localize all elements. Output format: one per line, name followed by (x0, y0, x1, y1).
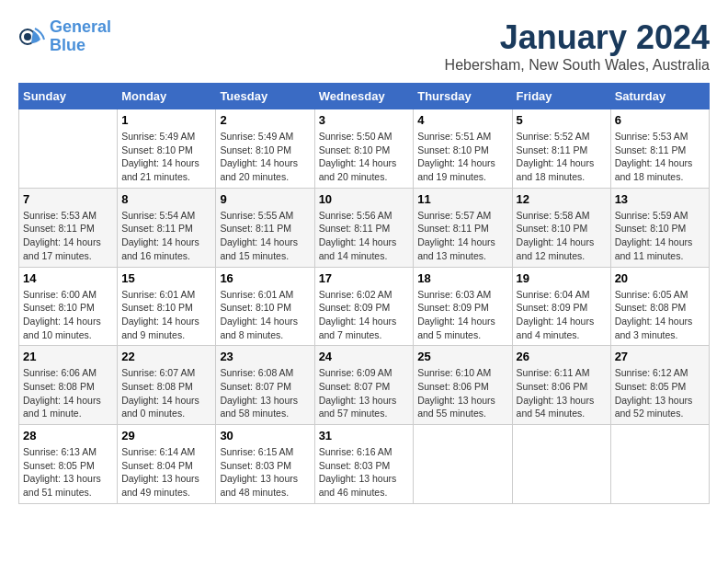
calendar-cell: 26Sunrise: 6:11 AM Sunset: 8:06 PM Dayli… (512, 346, 610, 425)
day-info: Sunrise: 6:05 AM Sunset: 8:08 PM Dayligh… (615, 288, 705, 342)
day-number: 11 (417, 192, 507, 206)
calendar-cell: 20Sunrise: 6:05 AM Sunset: 8:08 PM Dayli… (610, 267, 709, 346)
weekday-header-wednesday: Wednesday (314, 84, 414, 109)
calendar-cell: 23Sunrise: 6:08 AM Sunset: 8:07 PM Dayli… (216, 346, 314, 425)
calendar-cell: 5Sunrise: 5:52 AM Sunset: 8:11 PM Daylig… (512, 109, 610, 189)
day-info: Sunrise: 5:56 AM Sunset: 8:11 PM Dayligh… (319, 209, 410, 263)
day-info: Sunrise: 5:54 AM Sunset: 8:11 PM Dayligh… (121, 209, 211, 263)
calendar-cell: 14Sunrise: 6:00 AM Sunset: 8:10 PM Dayli… (19, 267, 118, 346)
weekday-header-friday: Friday (512, 84, 610, 109)
day-info: Sunrise: 5:59 AM Sunset: 8:10 PM Dayligh… (615, 209, 705, 263)
calendar-cell: 31Sunrise: 6:16 AM Sunset: 8:03 PM Dayli… (314, 425, 414, 504)
calendar-cell: 17Sunrise: 6:02 AM Sunset: 8:09 PM Dayli… (314, 267, 414, 346)
day-info: Sunrise: 5:49 AM Sunset: 8:10 PM Dayligh… (121, 130, 211, 184)
day-number: 6 (615, 113, 705, 127)
day-number: 7 (23, 192, 113, 206)
week-row-4: 21Sunrise: 6:06 AM Sunset: 8:08 PM Dayli… (19, 346, 710, 425)
day-info: Sunrise: 6:15 AM Sunset: 8:03 PM Dayligh… (220, 445, 310, 500)
weekday-header-monday: Monday (118, 84, 216, 109)
calendar-cell: 6Sunrise: 5:53 AM Sunset: 8:11 PM Daylig… (610, 109, 709, 189)
day-number: 10 (319, 192, 410, 206)
day-info: Sunrise: 6:12 AM Sunset: 8:05 PM Dayligh… (615, 366, 705, 420)
day-number: 30 (220, 429, 310, 442)
calendar-table: SundayMondayTuesdayWednesdayThursdayFrid… (18, 83, 710, 504)
day-number: 16 (220, 271, 310, 285)
calendar-cell: 19Sunrise: 6:04 AM Sunset: 8:09 PM Dayli… (512, 267, 610, 346)
month-title: January 2024 (445, 18, 710, 57)
calendar-cell: 12Sunrise: 5:58 AM Sunset: 8:10 PM Dayli… (512, 188, 610, 267)
calendar-cell: 10Sunrise: 5:56 AM Sunset: 8:11 PM Dayli… (314, 188, 414, 267)
calendar-cell: 3Sunrise: 5:50 AM Sunset: 8:10 PM Daylig… (314, 109, 414, 189)
calendar-cell: 16Sunrise: 6:01 AM Sunset: 8:10 PM Dayli… (216, 267, 314, 346)
day-info: Sunrise: 6:09 AM Sunset: 8:07 PM Dayligh… (319, 366, 410, 420)
calendar-cell: 13Sunrise: 5:59 AM Sunset: 8:10 PM Dayli… (610, 188, 709, 267)
calendar-cell: 22Sunrise: 6:07 AM Sunset: 8:08 PM Dayli… (118, 346, 216, 425)
day-info: Sunrise: 6:11 AM Sunset: 8:06 PM Dayligh… (517, 366, 607, 420)
day-number: 4 (417, 113, 507, 127)
week-row-3: 14Sunrise: 6:00 AM Sunset: 8:10 PM Dayli… (19, 267, 710, 346)
calendar-cell: 21Sunrise: 6:06 AM Sunset: 8:08 PM Dayli… (19, 346, 118, 425)
day-number: 24 (319, 350, 410, 363)
calendar-cell: 28Sunrise: 6:13 AM Sunset: 8:05 PM Dayli… (19, 425, 118, 504)
day-number: 25 (417, 350, 507, 363)
day-number: 5 (517, 113, 607, 127)
calendar-cell: 27Sunrise: 6:12 AM Sunset: 8:05 PM Dayli… (610, 346, 709, 425)
calendar-cell: 29Sunrise: 6:14 AM Sunset: 8:04 PM Dayli… (118, 425, 216, 504)
day-info: Sunrise: 6:08 AM Sunset: 8:07 PM Dayligh… (220, 366, 310, 420)
day-number: 27 (615, 350, 705, 363)
calendar-cell: 18Sunrise: 6:03 AM Sunset: 8:09 PM Dayli… (414, 267, 512, 346)
day-info: Sunrise: 6:04 AM Sunset: 8:09 PM Dayligh… (517, 288, 607, 342)
day-number: 15 (121, 271, 211, 285)
logo-icon (18, 23, 46, 51)
week-row-2: 7Sunrise: 5:53 AM Sunset: 8:11 PM Daylig… (19, 188, 710, 267)
day-info: Sunrise: 5:53 AM Sunset: 8:11 PM Dayligh… (23, 209, 113, 263)
day-number: 12 (517, 192, 607, 206)
weekday-header-row: SundayMondayTuesdayWednesdayThursdayFrid… (19, 84, 710, 109)
logo-text: General Blue (50, 18, 111, 55)
calendar-cell (414, 425, 512, 504)
calendar-cell: 8Sunrise: 5:54 AM Sunset: 8:11 PM Daylig… (118, 188, 216, 267)
day-number: 19 (517, 271, 607, 285)
title-area: January 2024 Hebersham, New South Wales,… (445, 18, 710, 74)
day-info: Sunrise: 6:00 AM Sunset: 8:10 PM Dayligh… (23, 288, 113, 342)
day-info: Sunrise: 5:50 AM Sunset: 8:10 PM Dayligh… (319, 130, 410, 184)
day-number: 9 (220, 192, 310, 206)
calendar-cell: 25Sunrise: 6:10 AM Sunset: 8:06 PM Dayli… (414, 346, 512, 425)
calendar-cell: 9Sunrise: 5:55 AM Sunset: 8:11 PM Daylig… (216, 188, 314, 267)
weekday-header-sunday: Sunday (19, 84, 118, 109)
calendar-cell: 30Sunrise: 6:15 AM Sunset: 8:03 PM Dayli… (216, 425, 314, 504)
day-number: 26 (517, 350, 607, 363)
day-number: 28 (23, 429, 113, 442)
calendar-cell: 1Sunrise: 5:49 AM Sunset: 8:10 PM Daylig… (118, 109, 216, 189)
calendar-cell: 15Sunrise: 6:01 AM Sunset: 8:10 PM Dayli… (118, 267, 216, 346)
day-number: 14 (23, 271, 113, 285)
day-info: Sunrise: 5:57 AM Sunset: 8:11 PM Dayligh… (417, 209, 507, 263)
day-info: Sunrise: 6:01 AM Sunset: 8:10 PM Dayligh… (121, 288, 211, 342)
day-info: Sunrise: 6:07 AM Sunset: 8:08 PM Dayligh… (121, 366, 211, 420)
day-info: Sunrise: 6:14 AM Sunset: 8:04 PM Dayligh… (121, 445, 211, 500)
day-number: 17 (319, 271, 410, 285)
calendar-cell: 24Sunrise: 6:09 AM Sunset: 8:07 PM Dayli… (314, 346, 414, 425)
day-info: Sunrise: 6:02 AM Sunset: 8:09 PM Dayligh… (319, 288, 410, 342)
day-info: Sunrise: 5:52 AM Sunset: 8:11 PM Dayligh… (517, 130, 607, 184)
calendar-cell (19, 109, 118, 189)
week-row-1: 1Sunrise: 5:49 AM Sunset: 8:10 PM Daylig… (19, 109, 710, 189)
day-number: 22 (121, 350, 211, 363)
day-info: Sunrise: 6:01 AM Sunset: 8:10 PM Dayligh… (220, 288, 310, 342)
day-number: 2 (220, 113, 310, 127)
day-number: 23 (220, 350, 310, 363)
location-title: Hebersham, New South Wales, Australia (445, 57, 710, 74)
day-number: 31 (319, 429, 410, 442)
week-row-5: 28Sunrise: 6:13 AM Sunset: 8:05 PM Dayli… (19, 425, 710, 504)
day-info: Sunrise: 6:06 AM Sunset: 8:08 PM Dayligh… (23, 366, 113, 420)
day-info: Sunrise: 5:53 AM Sunset: 8:11 PM Dayligh… (615, 130, 705, 184)
day-number: 20 (615, 271, 705, 285)
day-number: 8 (121, 192, 211, 206)
day-info: Sunrise: 6:16 AM Sunset: 8:03 PM Dayligh… (319, 445, 410, 500)
calendar-cell (512, 425, 610, 504)
day-info: Sunrise: 5:51 AM Sunset: 8:10 PM Dayligh… (417, 130, 507, 184)
calendar-cell: 4Sunrise: 5:51 AM Sunset: 8:10 PM Daylig… (414, 109, 512, 189)
day-number: 21 (23, 350, 113, 363)
day-info: Sunrise: 6:10 AM Sunset: 8:06 PM Dayligh… (417, 366, 507, 420)
day-info: Sunrise: 6:03 AM Sunset: 8:09 PM Dayligh… (417, 288, 507, 342)
